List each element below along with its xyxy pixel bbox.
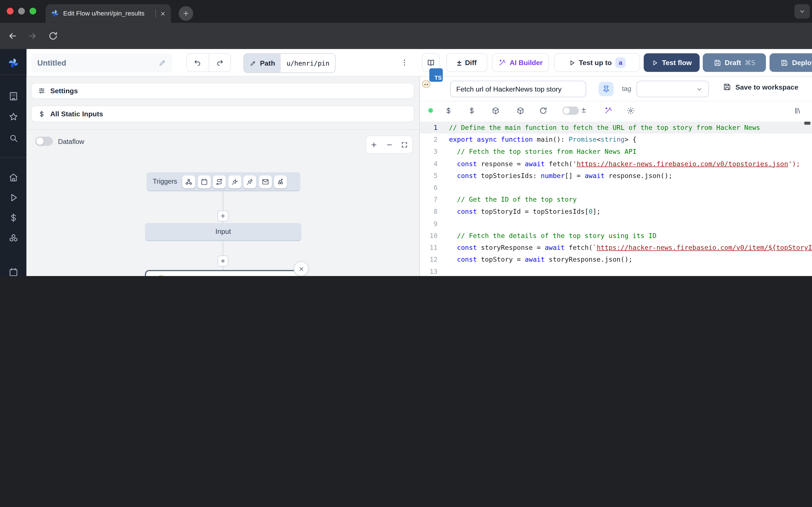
browser-tab-strip: Edit Flow u/henri/pin_results	[0, 0, 812, 23]
chevron-down-icon	[696, 86, 703, 93]
delete-step-button[interactable]	[294, 262, 308, 276]
trigger-mail-icon[interactable]	[259, 175, 271, 188]
path-label: Path	[260, 59, 275, 67]
zoom-out-button[interactable]	[382, 136, 397, 153]
zoom-in-button[interactable]	[366, 136, 382, 153]
windmill-logo[interactable]	[8, 57, 19, 69]
reload-icon[interactable]	[539, 107, 547, 115]
code-line-3[interactable]: 3 // Fetch the top stories from Hacker N…	[420, 146, 812, 158]
sidebar-play-icon[interactable]	[8, 192, 18, 203]
code-line-10[interactable]: 10 // Fetch the details of the top story…	[420, 230, 812, 242]
code-line-6[interactable]: 6	[420, 182, 812, 194]
package-icon[interactable]	[516, 107, 524, 115]
code-line-4[interactable]: 4 const response = await fetch('https://…	[420, 158, 812, 170]
step-header: TS Fetch url of HackerNews top story tag…	[420, 76, 812, 101]
sidebar-star-icon[interactable]	[8, 112, 18, 122]
assets-dollar-icon[interactable]	[444, 107, 453, 115]
deploy-button[interactable]: Deploy	[769, 53, 812, 72]
code-line-11[interactable]: 11 const storyResponse = await fetch(`ht…	[420, 242, 812, 254]
step-node-a[interactable]: TS Fetch url of HackerNews top story a	[145, 270, 301, 276]
redo-button[interactable]	[209, 54, 231, 71]
test-up-to-button[interactable]: Test up to a	[554, 53, 640, 72]
draft-label: Draft	[725, 59, 741, 66]
save-icon	[713, 59, 721, 66]
code-line-5[interactable]: 5 const topStoriesIds: number[] = await …	[420, 170, 812, 182]
dollar-icon	[38, 110, 46, 118]
code-line-13[interactable]: 13	[420, 266, 812, 276]
ai-builder-button[interactable]: AI Builder	[492, 53, 549, 72]
sidebar-cubes-icon[interactable]	[8, 233, 18, 244]
window-close-button[interactable]	[7, 8, 13, 15]
trigger-plug-icon[interactable]	[228, 175, 241, 188]
diff-plusminus-icon[interactable]: ±	[581, 105, 586, 114]
test-flow-button[interactable]: Test flow	[644, 53, 700, 72]
browser-tab[interactable]: Edit Flow u/henri/pin_results	[46, 4, 171, 23]
variables-dollar-icon[interactable]	[468, 107, 476, 115]
trigger-plug-bolt-icon[interactable]	[243, 175, 256, 188]
code-line-2[interactable]: 2export async function main(): Promise<s…	[420, 133, 812, 146]
flow-settings-button[interactable]: Settings	[31, 83, 414, 99]
undo-button[interactable]	[187, 54, 209, 71]
code-line-9[interactable]: 9	[420, 217, 812, 230]
trigger-route-icon[interactable]	[213, 175, 226, 188]
code-line-8[interactable]: 8 const topStoryId = topStoriesIds[0];	[420, 206, 812, 218]
editor-toggle[interactable]	[562, 107, 579, 115]
trigger-watch-icon[interactable]	[274, 175, 287, 188]
forward-icon[interactable]	[28, 31, 37, 41]
fit-view-button[interactable]	[397, 136, 412, 153]
triggers-node[interactable]: Triggers	[147, 172, 301, 191]
dataflow-label: Dataflow	[58, 138, 84, 146]
code-line-1[interactable]: 1// Define the main function to fetch th…	[420, 122, 812, 134]
window-minimize-button[interactable]	[18, 8, 25, 15]
step-title-input[interactable]: Fetch url of HackerNews top story	[450, 81, 586, 98]
sidebar-dollar-icon[interactable]	[8, 213, 18, 223]
input-node[interactable]: Input	[145, 223, 301, 241]
path-value[interactable]: u/henri/pin	[281, 54, 335, 72]
code-line-12[interactable]: 12 const topStory = await storyResponse.…	[420, 253, 812, 266]
ai-wand-icon[interactable]	[604, 107, 612, 115]
dataflow-toggle[interactable]	[35, 136, 53, 146]
test-flow-label: Test flow	[662, 59, 692, 66]
library-icon[interactable]	[794, 107, 802, 115]
draft-button[interactable]: Draft ⌘S	[703, 53, 766, 72]
code-line-7[interactable]: 7 // Get the ID of the top story	[420, 193, 812, 206]
back-icon[interactable]	[8, 31, 18, 41]
path-button[interactable]: Path	[244, 54, 281, 72]
tab-close-icon[interactable]	[160, 11, 166, 16]
trigger-calendar-icon[interactable]	[198, 175, 211, 188]
tab-title: Edit Flow u/henri/pin_results	[63, 10, 152, 17]
play-icon	[568, 59, 575, 66]
edit-pencil-icon[interactable]	[158, 59, 166, 67]
sidebar-home-icon[interactable]	[8, 172, 18, 183]
all-static-inputs-button[interactable]: All Static Inputs	[31, 106, 414, 122]
reload-icon[interactable]	[48, 31, 58, 41]
sidebar-calendar-icon[interactable]	[8, 267, 18, 276]
lsp-status-dot	[428, 108, 433, 113]
triggers-label: Triggers	[153, 177, 177, 185]
tag-label: tag	[622, 85, 631, 93]
add-step-button[interactable]	[217, 211, 229, 222]
diff-button[interactable]: ± Diff	[446, 53, 487, 72]
save-to-workspace-button[interactable]: Save to workspace	[723, 83, 798, 91]
save-icon	[781, 59, 789, 66]
sidebar-building-icon[interactable]	[8, 91, 18, 101]
minimap-scrollbar[interactable]	[804, 122, 810, 125]
new-tab-button[interactable]	[179, 6, 193, 20]
code-editor[interactable]: 1// Define the main function to fetch th…	[420, 120, 812, 276]
tab-search-chevron-icon[interactable]	[795, 4, 810, 18]
flow-editor-topbar: Untitled Path u/henri/pin ±	[27, 49, 812, 76]
window-zoom-button[interactable]	[30, 8, 36, 15]
close-icon	[298, 266, 304, 272]
sidebar-search-icon[interactable]	[8, 133, 18, 144]
tag-select[interactable]	[637, 81, 709, 98]
add-step-button[interactable]	[217, 256, 229, 267]
pin-step-button[interactable]	[599, 82, 613, 96]
more-options-kebab-icon[interactable]	[400, 58, 409, 67]
path-button-group[interactable]: Path u/henri/pin	[243, 53, 336, 73]
package-icon[interactable]	[492, 107, 500, 115]
trigger-webhook-icon[interactable]	[183, 175, 195, 188]
book-icon	[426, 59, 435, 67]
flow-name-field[interactable]: Untitled	[31, 53, 172, 72]
settings-gear-icon[interactable]	[626, 107, 635, 115]
sidebar-divider	[0, 74, 27, 75]
